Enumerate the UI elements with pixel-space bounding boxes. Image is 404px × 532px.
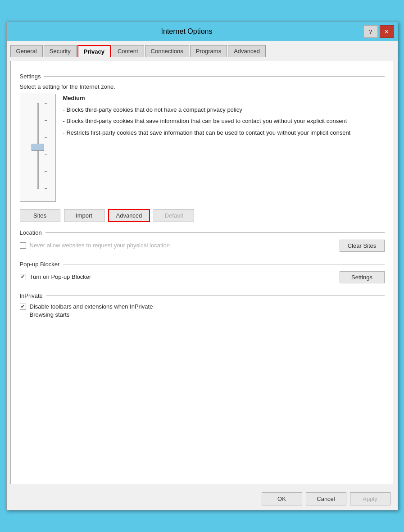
location-row: Never allow websites to request your phy… [20,240,385,252]
import-button[interactable]: Import [64,209,104,222]
popup-checkbox-area: Turn on Pop-up Blocker [20,273,91,281]
tick-1 [45,103,47,104]
inprivate-checkbox-label: Disable toolbars and extensions when InP… [30,303,174,319]
close-button[interactable]: ✕ [380,25,394,38]
inprivate-checkbox[interactable] [20,304,26,310]
help-button[interactable]: ? [363,25,378,38]
bullet-2: - Blocks third-party cookies that save i… [63,117,385,126]
tick-3 [45,137,47,138]
tab-advanced[interactable]: Advanced [228,45,266,57]
popup-settings-button[interactable]: Settings [340,271,385,283]
dialog-body: General Security Privacy Content Connect… [7,41,398,510]
location-checkbox[interactable] [20,242,26,249]
tab-general[interactable]: General [10,45,43,57]
popup-section-title: Pop-up Blocker [20,261,385,268]
slider-thumb[interactable] [32,144,44,151]
tick-2 [45,120,47,121]
tick-5 [45,171,47,172]
tick-4 [45,154,47,155]
privacy-level-name: Medium [63,94,385,103]
popup-divider [63,264,384,264]
internet-options-window: Internet Options ? ✕ General Security Pr… [6,22,398,510]
bullet-3: - Restricts first-party cookies that sav… [63,128,385,137]
tab-connections[interactable]: Connections [145,45,189,57]
title-bar-controls: ? ✕ [363,25,394,38]
ok-button[interactable]: OK [262,492,302,505]
slider-ticks [45,103,47,189]
cancel-button[interactable]: Cancel [306,492,346,505]
bullet-1: - Blocks third-party cookies that do not… [63,105,385,114]
sites-button[interactable]: Sites [20,209,60,222]
location-divider [45,232,385,233]
privacy-slider-container [20,94,56,202]
tab-content[interactable]: Content [112,45,144,57]
inprivate-label: InPrivate [20,292,43,299]
footer: OK Cancel Apply [7,488,398,510]
window-title: Internet Options [10,27,363,36]
settings-description: Select a setting for the Internet zone. [20,83,385,90]
location-checkbox-label: Never allow websites to request your phy… [30,241,170,250]
inprivate-checkbox-area: Disable toolbars and extensions when InP… [20,303,385,319]
inprivate-divider [46,296,385,296]
tick-6 [45,188,47,189]
inprivate-section-title: InPrivate [20,292,385,299]
popup-checkbox[interactable] [20,274,26,280]
content-area: Settings Select a setting for the Intern… [10,61,394,484]
tab-privacy[interactable]: Privacy [77,45,111,57]
settings-divider [44,76,384,77]
action-buttons-row: Sites Import Advanced Default [20,209,385,222]
settings-row: Medium - Blocks third-party cookies that… [20,94,385,202]
popup-label: Pop-up Blocker [20,261,60,268]
tab-programs[interactable]: Programs [190,45,227,57]
clear-sites-button[interactable]: Clear Sites [340,240,385,252]
apply-button[interactable]: Apply [350,492,390,505]
location-checkbox-area: Never allow websites to request your phy… [20,241,170,250]
popup-checkbox-label: Turn on Pop-up Blocker [30,273,91,281]
location-label: Location [20,229,42,236]
location-section-title: Location [20,229,385,236]
settings-section-title: Settings [20,73,385,80]
tabs-row: General Security Privacy Content Connect… [7,41,398,57]
title-bar: Internet Options ? ✕ [7,22,398,41]
advanced-button[interactable]: Advanced [108,209,150,222]
privacy-description: Medium - Blocks third-party cookies that… [63,94,385,137]
default-button[interactable]: Default [154,209,194,222]
popup-row: Turn on Pop-up Blocker Settings [20,271,385,283]
tab-security[interactable]: Security [44,45,77,57]
settings-label: Settings [20,73,41,80]
